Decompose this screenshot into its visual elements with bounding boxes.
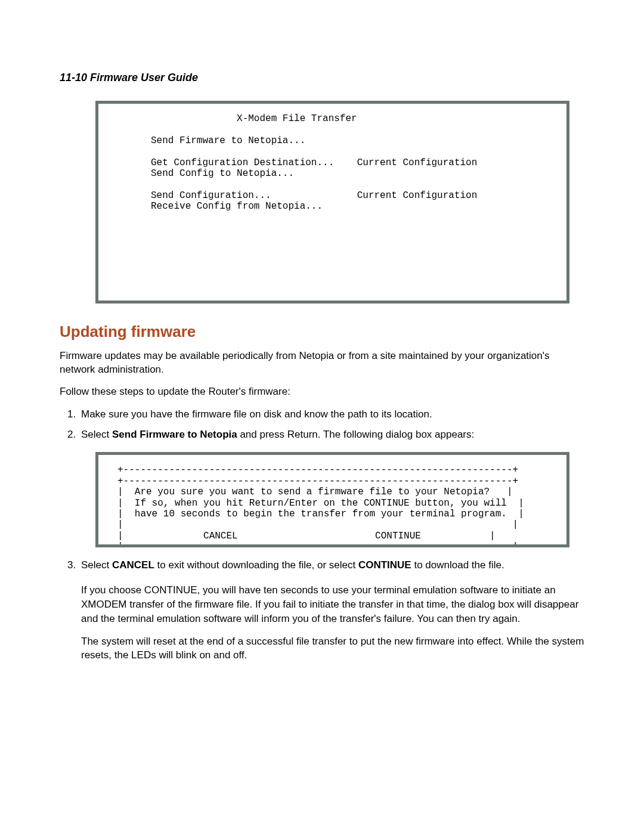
steps-list: Make sure you have the firmware file on … <box>60 407 587 442</box>
step3-paragraph-2: The system will reset at the end of a su… <box>81 634 587 663</box>
step3-paragraph-1: If you choose CONTINUE, you will have te… <box>81 583 587 625</box>
page-header: 11-10 Firmware User Guide <box>60 72 587 84</box>
terminal-title: X-Modem File Transfer <box>122 113 357 124</box>
step3-text-b: to exit without downloading the file, or… <box>154 559 358 571</box>
menu-receive-config: Receive Config from Netopia... <box>122 201 323 212</box>
body-paragraph-2: Follow these steps to update the Router'… <box>60 385 587 399</box>
dialog-line1: Are you sure you want to send a firmware… <box>135 487 490 497</box>
menu-get-config-dest: Get Configuration Destination... Current… <box>122 157 477 168</box>
step-2: Select Send Firmware to Netopia and pres… <box>79 428 587 442</box>
step-1: Make sure you have the firmware file on … <box>79 407 587 422</box>
body-paragraph-1: Firmware updates may be available period… <box>60 349 587 377</box>
dialog-line3: have 10 seconds to begin the transfer fr… <box>135 509 507 519</box>
document-page: 11-10 Firmware User Guide X-Modem File T… <box>0 0 644 833</box>
dialog-line2: If so, when you hit Return/Enter on the … <box>135 498 507 509</box>
menu-send-firmware: Send Firmware to Netopia... <box>122 135 305 146</box>
terminal-xmodem-screen: X-Modem File Transfer Send Firmware to N… <box>95 101 569 304</box>
menu-send-configuration: Send Configuration... Current Configurat… <box>122 190 477 201</box>
continue-button[interactable]: CONTINUE <box>375 531 421 541</box>
cancel-button[interactable]: CANCEL <box>203 531 238 541</box>
step3-bold-cancel: CANCEL <box>112 559 154 571</box>
step3-text-a: Select <box>81 559 112 571</box>
terminal-confirm-dialog: +---------------------------------------… <box>95 452 569 547</box>
step-3: Select CANCEL to exit without downloadin… <box>79 558 587 572</box>
step2-text-b: and press Return. The following dialog b… <box>237 429 475 440</box>
menu-send-config-netopia: Send Config to Netopia... <box>122 168 294 179</box>
steps-list-cont: Select CANCEL to exit without downloadin… <box>60 558 587 572</box>
step2-bold: Send Firmware to Netopia <box>112 429 237 440</box>
step2-text-a: Select <box>81 429 112 440</box>
step3-text-c: to download the file. <box>411 559 504 571</box>
step3-bold-continue: CONTINUE <box>358 559 411 571</box>
section-heading: Updating firmware <box>60 323 587 341</box>
